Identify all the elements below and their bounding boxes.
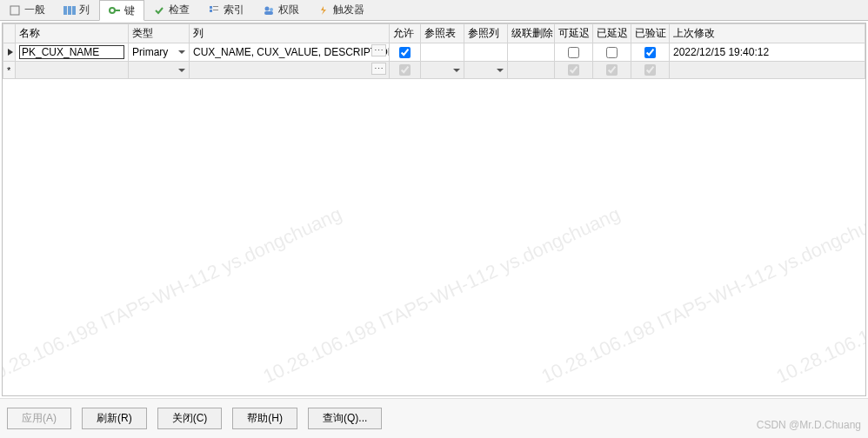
columns-cell[interactable] [190,62,390,79]
columns-cell[interactable]: CUX_NAME, CUX_VALUE, DESCRIPTION [190,43,390,62]
validated-checkbox[interactable] [644,64,656,76]
button-bar: 应用(A) 刷新(R) 关闭(C) 帮助(H) 查询(Q)... [0,398,868,438]
reftab-cell[interactable] [421,62,464,79]
col-header-allow[interactable]: 允许 [390,24,421,43]
deferrable-checkbox[interactable] [568,47,579,58]
deferred-checkbox[interactable] [606,64,618,76]
header-row: 名称 类型 列 允许 参照表 参照列 级联删除 可延迟 已延迟 已验证 上次修改 [3,24,865,43]
watermark: 10.28.106.198 ITAP5-WH-112 ys.dongchuang [538,202,866,388]
deferred-cell[interactable] [593,43,631,62]
new-row[interactable]: * [3,62,865,79]
svg-rect-1 [63,6,67,15]
validated-checkbox[interactable] [644,47,656,58]
tab-label: 触发器 [333,3,364,17]
apply-button[interactable]: 应用(A) [7,408,71,429]
allow-checkbox[interactable] [399,64,411,76]
tab-grants[interactable]: 权限 [254,0,309,20]
lastmod-cell [670,62,865,79]
tab-general[interactable]: 一般 [0,0,55,20]
svg-rect-6 [210,6,212,9]
query-button[interactable]: 查询(Q)... [308,408,382,429]
svg-rect-0 [10,6,19,15]
name-cell[interactable] [16,62,129,79]
svg-rect-12 [264,11,273,15]
tab-keys[interactable]: 键 [99,0,144,21]
col-header-lastmod[interactable]: 上次修改 [670,24,865,43]
columns-icon [63,4,76,17]
credit-text: CSDN @Mr.D.Chuang [757,419,861,431]
col-header-reftab[interactable]: 参照表 [421,24,464,43]
general-icon [9,4,21,17]
deferred-checkbox[interactable] [606,47,618,58]
keys-grid[interactable]: 名称 类型 列 允许 参照表 参照列 级联删除 可延迟 已延迟 已验证 上次修改… [2,23,866,396]
deferred-cell[interactable] [593,62,631,79]
tab-label: 检查 [169,3,190,17]
tab-label: 权限 [278,3,299,17]
deferrable-checkbox[interactable] [568,64,579,76]
tab-columns[interactable]: 列 [55,0,99,20]
triggers-icon [317,4,330,17]
svg-rect-2 [68,6,71,15]
close-button[interactable]: 关闭(C) [157,408,223,429]
name-input[interactable] [19,45,124,59]
svg-rect-7 [210,10,212,12]
name-cell[interactable] [16,43,129,62]
svg-rect-8 [213,6,218,7]
refcol-cell [464,43,508,62]
svg-rect-3 [72,6,76,15]
col-header-type[interactable]: 类型 [129,24,190,43]
deferrable-cell[interactable] [555,62,593,79]
watermark: 10.28.106.198 ITAP5-WH-112 ys.dongchuang [2,202,345,388]
col-header-deferred[interactable]: 已延迟 [593,24,631,43]
grants-icon [263,4,275,17]
col-header-deferrable[interactable]: 可延迟 [555,24,593,43]
tab-indexes[interactable]: 索引 [199,0,254,20]
allow-cell[interactable] [390,62,421,79]
tab-label: 一般 [24,3,45,17]
refcol-cell[interactable] [464,62,508,79]
watermark: 10.28.106.198 ITAP5-WH-112 ys.dongchuang [773,202,866,388]
col-header-refcol[interactable]: 参照列 [464,24,508,43]
validated-cell[interactable] [631,62,670,79]
current-row-indicator [3,43,16,62]
tab-bar: 一般 列 键 检查 索引 权限 触发器 [0,0,868,21]
type-cell[interactable]: Primary [129,43,190,62]
keys-icon [109,4,121,17]
svg-point-11 [270,8,273,11]
checks-icon [153,4,165,17]
col-header-name[interactable]: 名称 [16,24,129,43]
deferrable-cell[interactable] [555,43,593,62]
refresh-button[interactable]: 刷新(R) [82,408,147,429]
watermark: 10.28.106.198 ITAP5-WH-112 ys.dongchuang [260,202,624,388]
col-header-validated[interactable]: 已验证 [631,24,670,43]
cascade-cell [508,62,555,79]
tab-label: 索引 [224,3,244,17]
cascade-cell [508,43,555,62]
svg-rect-9 [213,10,218,10]
svg-point-10 [265,6,270,10]
reftab-cell [421,43,464,62]
help-button[interactable]: 帮助(H) [232,408,297,429]
validated-cell[interactable] [631,43,670,62]
allow-checkbox[interactable] [399,47,411,58]
svg-rect-5 [114,10,120,11]
tab-label: 键 [124,3,135,18]
lastmod-cell: 2022/12/15 19:40:12 [670,43,865,62]
type-cell[interactable] [129,62,190,79]
indexes-icon [208,4,220,17]
tab-checks[interactable]: 检查 [144,0,199,20]
col-header-cols[interactable]: 列 [190,24,390,43]
tab-triggers[interactable]: 触发器 [309,0,374,20]
allow-cell[interactable] [390,43,421,62]
table-row[interactable]: Primary CUX_NAME, CUX_VALUE, DESCRIPTION… [3,43,865,62]
tab-label: 列 [79,3,90,17]
col-header-cascade[interactable]: 级联删除 [508,24,555,43]
new-row-indicator: * [3,62,16,79]
